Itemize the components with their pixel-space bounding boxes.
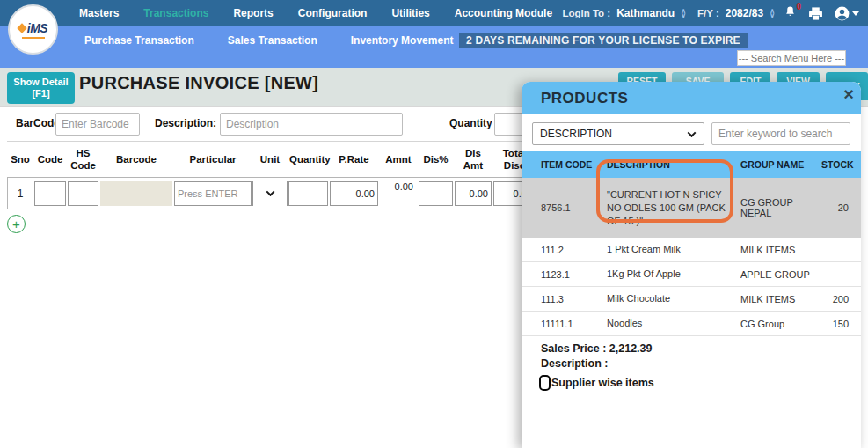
product-search-input[interactable] xyxy=(711,122,850,145)
product-description: Noodles xyxy=(607,312,740,335)
product-item-code: 1123.1 xyxy=(541,269,607,280)
product-description: Milk Chocolate xyxy=(607,287,740,311)
invoice-table-header: Sno Code HS Code Barcode Particular Unit… xyxy=(7,141,536,178)
products-modal-footer: Sales Price : 2,212.39 Description : Sup… xyxy=(522,336,861,391)
menu-search-input[interactable] xyxy=(737,50,846,66)
products-modal-title: PRODUCTS xyxy=(541,90,628,107)
chevron-down-icon xyxy=(688,129,697,137)
product-row-selected[interactable]: 8756.1 "CURRENT HOT N SPICY NO ODLES 100… xyxy=(522,178,861,238)
add-row-button[interactable]: + xyxy=(7,215,26,233)
product-group-name: CG Group xyxy=(740,319,821,329)
chevron-down-icon xyxy=(266,187,274,196)
invoice-items-table: Sno Code HS Code Barcode Particular Unit… xyxy=(7,141,536,209)
row-dis-percent-input[interactable] xyxy=(419,181,453,206)
row-amnt-value: 0.00 xyxy=(380,181,417,192)
col-header-code: Code xyxy=(33,153,67,165)
product-item-code: 8756.1 xyxy=(541,202,607,213)
col-header-prate: P.Rate xyxy=(329,153,379,165)
search-field-select[interactable]: DESCRIPTION xyxy=(532,122,704,145)
user-menu-button[interactable] xyxy=(834,5,859,22)
product-group-name: MILK ITEMS xyxy=(740,294,821,305)
product-item-code: 111.3 xyxy=(541,294,607,305)
menu-item-utilities[interactable]: Utilities xyxy=(391,7,429,19)
show-detail-button[interactable]: Show Detail [F1] xyxy=(7,72,75,104)
plus-icon: + xyxy=(12,217,20,231)
row-quantity-input[interactable] xyxy=(288,181,328,206)
sales-price-value: 2,212.39 xyxy=(609,342,653,355)
row-particular-input[interactable] xyxy=(174,181,252,206)
menu-item-reports[interactable]: Reports xyxy=(233,7,273,19)
submenu-item-inventory-movement[interactable]: Inventory Movement xyxy=(351,34,454,47)
description-input[interactable] xyxy=(220,113,403,136)
branch-switch-icon[interactable]: ∧∨ xyxy=(681,9,686,18)
user-menu-caret-icon xyxy=(852,11,859,16)
col-header-amnt: Amnt xyxy=(379,153,418,165)
bell-icon xyxy=(784,5,796,18)
logo-underline xyxy=(22,37,45,39)
menu-item-configuration[interactable]: Configuration xyxy=(298,7,368,19)
col-header-particular: Particular xyxy=(173,153,252,165)
app-logo[interactable]: iMS xyxy=(8,4,58,55)
notifications-button[interactable]: 0 xyxy=(784,5,796,21)
main-menu: Masters Transactions Reports Configurati… xyxy=(79,7,552,19)
row-hs-code-input[interactable] xyxy=(68,181,98,206)
col-header-unit: Unit xyxy=(252,153,288,165)
topbar-right: Login To : Kathmandu ∧∨ F/Y : 2082/83 ∧∨… xyxy=(562,0,859,26)
login-to-value: Kathmandu xyxy=(616,7,675,19)
menu-item-transactions[interactable]: Transactions xyxy=(143,7,208,19)
supplier-wise-items-checkbox[interactable] xyxy=(539,375,551,391)
product-stock: 150 xyxy=(821,319,849,329)
close-icon[interactable]: × xyxy=(843,83,854,106)
col-header-stock: STOCK xyxy=(821,159,854,170)
products-modal: PRODUCTS × DESCRIPTION ITEM CODE DESCRIP… xyxy=(522,82,861,448)
product-description: 1 Pkt Cream Milk xyxy=(607,238,740,261)
fiscal-year-switch-icon[interactable]: ∧∨ xyxy=(770,9,775,18)
products-modal-header: PRODUCTS × xyxy=(522,82,861,114)
product-group-name: MILK ITEMS xyxy=(740,245,821,255)
col-header-dis-amt: Dis Amt xyxy=(454,147,492,172)
barcode-label: BarCode xyxy=(16,117,60,129)
show-detail-shortcut: [F1] xyxy=(32,88,49,99)
supplier-wise-items-label: Supplier wise items xyxy=(551,377,654,389)
products-table-header: ITEM CODE DESCRIPTION GROUP NAME STOCK xyxy=(522,151,861,178)
row-dis-amt-input[interactable] xyxy=(455,181,492,206)
row-prate-input[interactable] xyxy=(330,181,378,206)
print-button[interactable] xyxy=(807,6,824,21)
page-title: PURCHASE INVOICE [NEW] xyxy=(79,73,318,93)
fiscal-year-value: 2082/83 xyxy=(726,7,763,19)
quantity-label: Quantity xyxy=(449,117,492,129)
search-field-selected-value: DESCRIPTION xyxy=(540,128,612,140)
product-group-name: CG GROUP NEPAL xyxy=(740,197,821,218)
row-unit-select[interactable] xyxy=(252,181,288,206)
col-header-hs-code: HS Code xyxy=(67,147,99,172)
submenu-item-purchase-transaction[interactable]: Purchase Transaction xyxy=(84,34,194,47)
row-code-input[interactable] xyxy=(34,181,66,206)
product-row[interactable]: 1123.1 1Kg Pkt Of Apple APPLE GROUP xyxy=(522,262,861,287)
product-stock: 200 xyxy=(821,294,849,305)
col-header-item-code: ITEM CODE xyxy=(541,159,607,170)
user-icon xyxy=(834,5,850,22)
menu-item-accounting-module[interactable]: Accounting Module xyxy=(455,7,552,19)
product-item-code: 11111.1 xyxy=(541,319,607,329)
col-header-group-name: GROUP NAME xyxy=(740,159,821,170)
row-barcode-cell xyxy=(100,181,172,206)
product-row[interactable]: 11111.1 Noodles CG Group 150 xyxy=(522,312,861,336)
product-description: 1Kg Pkt Of Apple xyxy=(607,262,740,286)
menu-item-masters[interactable]: Masters xyxy=(79,7,119,19)
col-header-description: DESCRIPTION xyxy=(607,159,740,170)
product-item-code: 111.2 xyxy=(541,245,607,255)
app-window: iMS Masters Transactions Reports Configu… xyxy=(0,0,868,448)
description-label: Description: xyxy=(155,117,216,129)
product-row[interactable]: 111.3 Milk Chocolate MILK ITEMS 200 xyxy=(522,287,861,312)
col-header-dis-percent: Dis% xyxy=(418,153,454,165)
logo-diamond-icon xyxy=(17,23,26,33)
col-header-sno: Sno xyxy=(7,153,33,165)
submenu-item-sales-transaction[interactable]: Sales Transaction xyxy=(228,34,317,47)
notification-count-badge: 0 xyxy=(796,2,801,11)
printer-icon xyxy=(807,6,824,21)
barcode-input[interactable] xyxy=(55,113,140,136)
product-group-name: APPLE GROUP xyxy=(740,269,821,280)
product-row[interactable]: 111.2 1 Pkt Cream Milk MILK ITEMS xyxy=(522,238,861,262)
col-header-quantity: Quantity xyxy=(288,153,329,165)
license-warning-banner: 2 DAYS REMAINING FOR YOUR LICENSE TO EXP… xyxy=(459,33,748,48)
